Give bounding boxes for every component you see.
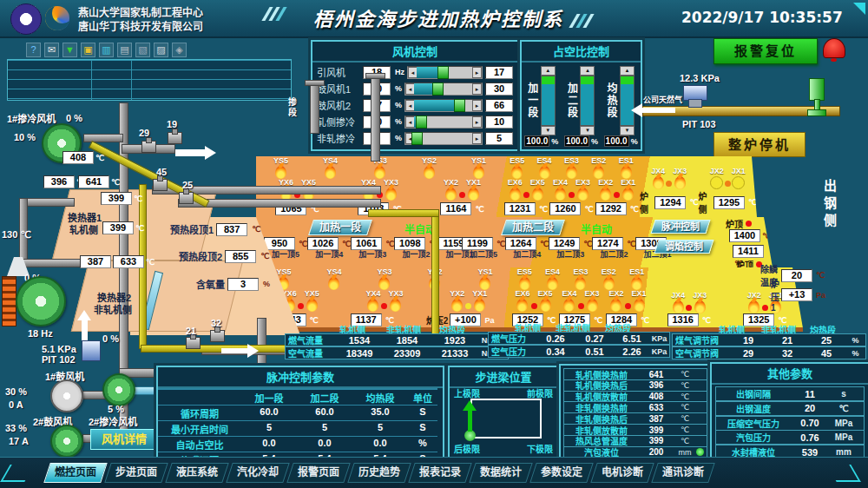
- burner-flame-icon: [631, 277, 642, 290]
- mini-table-row: 燃气流量153418541923Nm³/h: [285, 333, 509, 346]
- gas-shutoff-valve-icon[interactable]: [809, 78, 825, 101]
- tab-历史趋势[interactable]: 历史趋势: [347, 463, 411, 483]
- slider-thumb[interactable]: [454, 99, 465, 112]
- fan2-icon[interactable]: [102, 373, 135, 406]
- slider-right-arrow-icon[interactable]: ▸: [472, 133, 482, 144]
- blower2-icon[interactable]: [50, 425, 83, 458]
- window-icon[interactable]: ▧: [135, 43, 150, 57]
- fan-row-setpoint[interactable]: 66: [485, 99, 513, 112]
- fan-slider[interactable]: ◂▸: [404, 115, 483, 129]
- alarm-list[interactable]: [7, 59, 292, 101]
- lock-icon[interactable]: ◈: [172, 43, 187, 57]
- tab-数据统计[interactable]: 数据统计: [469, 463, 532, 483]
- fan-row-setpoint[interactable]: 10: [485, 115, 513, 129]
- fan-detail-button[interactable]: 风机详情: [90, 429, 158, 450]
- preheat-top2-row: 预热段顶2855℃: [179, 249, 269, 263]
- tab-参数设定[interactable]: 参数设定: [529, 463, 593, 483]
- pulse-row-label: 最小开启时间: [158, 420, 241, 436]
- mini-table-row: 燃气压力0.260.276.51KPa: [488, 332, 670, 345]
- report-icon[interactable]: ▤: [117, 43, 132, 57]
- burner-flame-icon: [374, 166, 385, 179]
- pit102-transmitter-icon[interactable]: [82, 340, 101, 361]
- slider-down-arrow-icon[interactable]: ▾: [580, 126, 595, 135]
- induced-draft-fan-icon[interactable]: [16, 276, 66, 326]
- burner-JX4: JX4: [651, 168, 665, 189]
- valve-icon[interactable]: [141, 141, 156, 153]
- duty-slider-track[interactable]: [580, 76, 595, 126]
- tab-燃控页面[interactable]: 燃控页面: [43, 463, 107, 483]
- tab-报警页面[interactable]: 报警页面: [286, 463, 350, 483]
- furnace-zone: JX4JX3JX2JX1炉侧1294℃炉侧1295℃: [640, 156, 757, 217]
- exchanger-temps-panel: 轧机侧换热前641℃轧机侧换热后396℃轧机侧放散前408℃非轧侧换热前633℃…: [559, 364, 712, 460]
- fan-slider[interactable]: ◂▸: [404, 99, 483, 112]
- other-params-panel: 其他参数 出钢间隔11s出钢温度20℃压缩空气压力0.70MPa汽包压力0.76…: [710, 362, 868, 460]
- duty-value[interactable]: 100.0: [564, 135, 589, 147]
- tab-报表记录[interactable]: 报表记录: [408, 463, 471, 483]
- slider-up-arrow-icon[interactable]: ▴: [580, 66, 595, 76]
- fan-row-label: 鼓风机2: [317, 98, 360, 112]
- valve-icon[interactable]: [168, 132, 182, 144]
- download-icon[interactable]: ▼: [62, 43, 77, 57]
- beam-front-limit-label: 前极限: [527, 386, 553, 399]
- fan-slider[interactable]: ◂▸: [404, 82, 483, 96]
- slider-thumb[interactable]: [432, 82, 444, 96]
- chart-icon[interactable]: ▥: [99, 43, 114, 57]
- slider-right-arrow-icon[interactable]: ▸: [472, 100, 482, 111]
- valve-icon[interactable]: [210, 330, 225, 342]
- burner-ES5: ES5: [517, 268, 532, 290]
- fan-slider-row: 非轧掺冷5%◂▸5: [312, 129, 517, 145]
- blower1-icon[interactable]: [50, 379, 83, 412]
- flame-adjust-button[interactable]: 调焰控制: [654, 240, 713, 254]
- pulse-control-button[interactable]: 脉冲控制: [650, 220, 710, 234]
- print-icon[interactable]: ▨: [154, 43, 168, 57]
- slider-thumb[interactable]: [411, 132, 423, 145]
- pipe-flange: [305, 80, 325, 86]
- fan-slider[interactable]: ◂▸: [407, 66, 483, 79]
- burner-EX4: EX4: [553, 179, 568, 201]
- burner-ES5: ES5: [510, 157, 524, 179]
- duty-value[interactable]: 100.0: [604, 135, 629, 147]
- tab-汽化冷却[interactable]: 汽化冷却: [226, 463, 289, 483]
- zone1-heating-button[interactable]: 加热一段: [308, 220, 372, 235]
- fan-row-setpoint[interactable]: 30: [485, 82, 513, 96]
- nav-decoration-right: [826, 465, 861, 482]
- tab-电机诊断[interactable]: 电机诊断: [590, 463, 654, 483]
- slider-up-arrow-icon[interactable]: ▴: [541, 66, 556, 76]
- duty-slider-track[interactable]: [620, 76, 635, 126]
- burner-flame-icon: [653, 176, 664, 189]
- burner-YX1: YX1: [472, 290, 487, 312]
- fan-row-setpoint[interactable]: 17: [485, 66, 513, 79]
- slider-down-arrow-icon[interactable]: ▾: [541, 126, 556, 135]
- tab-通讯诊断[interactable]: 通讯诊断: [651, 463, 714, 483]
- fan-row-setpoint[interactable]: 5: [485, 132, 513, 145]
- slider-down-arrow-icon[interactable]: ▾: [620, 126, 635, 135]
- duty-value[interactable]: 100.0: [524, 135, 549, 147]
- tab-液压系统[interactable]: 液压系统: [165, 463, 228, 483]
- pit102-pressure: 5.1 KPa: [42, 344, 76, 354]
- slider-right-arrow-icon[interactable]: ▸: [472, 83, 482, 95]
- furnace-stop-button[interactable]: 整炉停机: [713, 132, 806, 157]
- tab-步进页面[interactable]: 步进页面: [104, 463, 168, 483]
- burner-status-dot: [381, 303, 387, 309]
- help-icon[interactable]: ?: [26, 43, 41, 57]
- valve-icon[interactable]: [153, 179, 168, 191]
- burner-status-dot: [465, 303, 471, 309]
- mail-icon[interactable]: ✉: [44, 43, 59, 57]
- valve-icon[interactable]: [179, 192, 194, 204]
- zone2-heating-button[interactable]: 加热二段: [501, 220, 565, 235]
- beam-rear-limit-label: 后极限: [454, 442, 480, 455]
- slider-thumb[interactable]: [437, 66, 449, 79]
- valve-icon[interactable]: [186, 337, 201, 349]
- slider-right-arrow-icon[interactable]: ▸: [472, 116, 482, 128]
- gas-source-label: 公司天然气: [643, 94, 682, 105]
- fan-slider[interactable]: ◂▸: [404, 132, 483, 145]
- slider-right-arrow-icon[interactable]: ▸: [472, 67, 482, 78]
- duty-slider-track[interactable]: [541, 76, 556, 126]
- temp-box: 1294: [654, 196, 686, 209]
- slider-thumb[interactable]: [416, 115, 427, 129]
- folder-icon[interactable]: ▣: [81, 43, 95, 57]
- alarm-reset-button[interactable]: 报警复位: [713, 38, 818, 64]
- burner-flame-icon: [385, 188, 397, 201]
- furnace-pressure1-row: 炉压1 +13 Pa: [771, 277, 825, 313]
- slider-up-arrow-icon[interactable]: ▴: [620, 66, 635, 76]
